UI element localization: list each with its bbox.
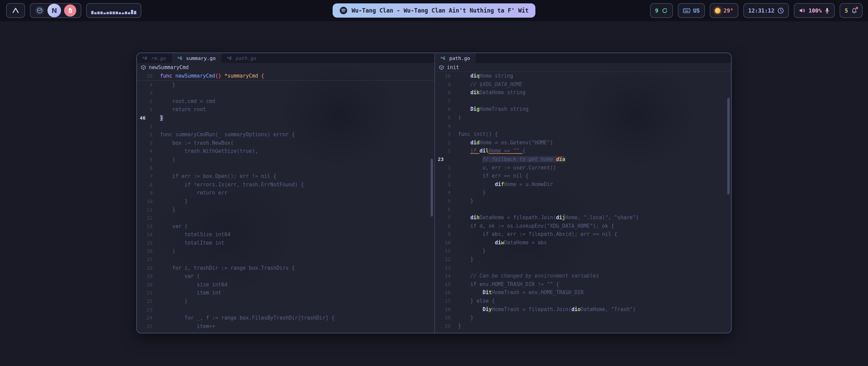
visualizer-bar: [100, 12, 103, 14]
code-line[interactable]: 25 item++: [137, 322, 434, 331]
topbar-right: 9 US 29° 12:31:12: [650, 3, 863, 18]
code-area-left[interactable]: 4 }32 root.cmd = cmd1 return root46}12fu…: [137, 81, 434, 331]
code-line[interactable]: 21 item int: [137, 289, 434, 297]
dock-widget: N: [30, 3, 81, 18]
code-line[interactable]: 16 ): [137, 247, 434, 256]
code-line[interactable]: 3 difHome = u.HomeDir: [435, 180, 731, 189]
tab-summary-go[interactable]: G summary.go: [172, 53, 221, 63]
code-line[interactable]: 17 } else {: [435, 297, 731, 305]
treesitter-context-line[interactable]: 26func newSummaryCmd() *summaryCmd {: [137, 72, 434, 81]
code-line[interactable]: 2 root.cmd = cmd: [137, 97, 434, 106]
code-line[interactable]: 4: [435, 122, 731, 130]
line-number: 6: [435, 205, 451, 214]
code-line[interactable]: 23 // fallback to get home dia: [435, 155, 731, 164]
line-number: 9: [435, 80, 451, 89]
code-line[interactable]: 10 }: [137, 197, 434, 206]
weather-widget[interactable]: 29°: [710, 3, 738, 18]
code-line[interactable]: 26func newSummaryCmd() *summaryCmd {: [137, 72, 434, 80]
code-line[interactable]: 24 for _, f := range box.FilesByTrashDir…: [137, 314, 434, 322]
clock-widget[interactable]: 12:31:12: [743, 3, 789, 18]
code-line[interactable]: 3 box := trash.NewBox(: [137, 139, 434, 147]
tab-path-go-right[interactable]: G path.go: [435, 53, 476, 63]
scrollbar-thumb-left[interactable]: [431, 159, 433, 217]
browser-icon[interactable]: [35, 6, 44, 15]
code-line[interactable]: 7 dihDataHome = filepath.Join(dijHome, "…: [435, 214, 731, 222]
code-line[interactable]: 12: [137, 214, 434, 222]
keyboard-layout-widget[interactable]: US: [678, 3, 705, 18]
code-line[interactable]: 6 DigHomeTrash string: [435, 105, 731, 114]
code-line[interactable]: 7: [435, 97, 731, 105]
code-line[interactable]: 5): [435, 114, 731, 122]
symbol-cube-icon: [141, 65, 146, 70]
code-line[interactable]: 10 diqHome string: [435, 72, 731, 80]
line-number: 4: [435, 188, 451, 197]
code-line[interactable]: 4 }: [435, 188, 731, 197]
line-number: 18: [435, 305, 451, 314]
code-line[interactable]: 3func init() {: [435, 130, 731, 139]
code-line[interactable]: 2 didHome = os.Getenv("HOME"): [435, 139, 731, 147]
svg-text:G: G: [443, 56, 445, 60]
line-number: 3: [137, 89, 153, 97]
scrollbar-thumb-right[interactable]: [727, 98, 730, 195]
line-number: 4: [137, 81, 153, 89]
updates-widget[interactable]: 9: [650, 3, 673, 18]
now-playing-widget[interactable]: Wu-Tang Clan - Wu-Tang Clan Ain't Nuthin…: [333, 3, 535, 18]
code-line[interactable]: 19 }: [435, 313, 731, 322]
code-line[interactable]: 5 ): [137, 156, 434, 164]
code-line[interactable]: 13 var (: [137, 222, 434, 231]
code-line[interactable]: 11 }: [435, 247, 731, 255]
line-number: 7: [435, 214, 451, 222]
notes-icon[interactable]: [64, 4, 76, 17]
launcher-button[interactable]: [6, 3, 25, 18]
notifications-widget[interactable]: 5: [840, 3, 863, 18]
code-line[interactable]: 5 }: [435, 197, 731, 205]
line-number: 3: [435, 130, 451, 139]
line-number: 1: [137, 122, 153, 131]
code-line[interactable]: 10 diwDataHome = abs: [435, 239, 731, 247]
code-line[interactable]: 9 // $XDG_DATA_HOME: [435, 80, 731, 89]
code-line[interactable]: 1 u, err := user.Current(): [435, 164, 731, 172]
code-line[interactable]: 4 trash.WithGetSize(true),: [137, 147, 434, 156]
code-line[interactable]: 14 totalSize int64: [137, 230, 434, 239]
code-line[interactable]: 20 size int64: [137, 281, 434, 289]
line-number: 9: [435, 230, 451, 239]
code-line[interactable]: 3: [137, 89, 434, 97]
code-line[interactable]: 8 if d, ok := os.LookupEnv("XDG_DATA_HOM…: [435, 222, 731, 230]
line-number: 2: [435, 172, 451, 180]
code-line[interactable]: 17: [137, 256, 434, 264]
code-line[interactable]: 22 ): [137, 297, 434, 306]
code-line[interactable]: 1 return root: [137, 105, 434, 114]
volume-widget[interactable]: 100%: [794, 3, 835, 18]
code-line[interactable]: 2func summaryCmdRun(_ summaryOptions) er…: [137, 130, 434, 139]
code-line[interactable]: 4 }: [137, 81, 434, 89]
code-line[interactable]: 14 // Can be changed by environment vari…: [435, 272, 731, 280]
code-line[interactable]: 46}: [137, 114, 434, 122]
line-number: 24: [137, 314, 153, 322]
code-line[interactable]: 15 totalItem int: [137, 239, 434, 247]
neovim-icon[interactable]: N: [47, 4, 61, 17]
code-line[interactable]: 15 if env.HOME_TRASH_DIR != "" {: [435, 280, 731, 289]
code-line[interactable]: 8 if !errors.Is(err, trash.ErrNotFound) …: [137, 181, 434, 189]
tab-path-go[interactable]: G path.go: [221, 53, 262, 63]
code-line[interactable]: 20}: [435, 322, 731, 330]
code-line[interactable]: 2 if err == nil {: [435, 172, 731, 180]
code-line[interactable]: 16 DitHomeTrash = env.HOME_TRASH_DIR: [435, 288, 731, 297]
code-line[interactable]: 13: [435, 264, 731, 272]
code-line[interactable]: 6: [137, 164, 434, 172]
code-line[interactable]: 6: [435, 205, 731, 214]
code-line[interactable]: 1: [137, 122, 434, 131]
code-line[interactable]: 12 }: [435, 255, 731, 264]
code-line[interactable]: 9 if abs, err := filepath.Abs(d); err ==…: [435, 230, 731, 239]
code-line[interactable]: 23: [137, 306, 434, 314]
code-line[interactable]: 8 dikDataHome string: [435, 88, 731, 97]
code-line[interactable]: 18 DiyHomeTrash = filepath.Join(dioDataH…: [435, 305, 731, 314]
code-line[interactable]: 7 if err := box.Open(); err != nil {: [137, 172, 434, 181]
code-line[interactable]: 11 }: [137, 206, 434, 214]
code-line[interactable]: 18 for i, trashDir := range box.TrashDir…: [137, 264, 434, 272]
svg-text:G: G: [229, 56, 232, 60]
code-line[interactable]: 9 return err: [137, 189, 434, 197]
code-line[interactable]: 19 var (: [137, 272, 434, 281]
code-line[interactable]: 1 if dilHome == "" {: [435, 147, 731, 155]
code-area-right[interactable]: 10 diqHome string9 // $XDG_DATA_HOME8 di…: [435, 72, 731, 330]
tab-rm-go[interactable]: G rm.go: [137, 53, 172, 63]
